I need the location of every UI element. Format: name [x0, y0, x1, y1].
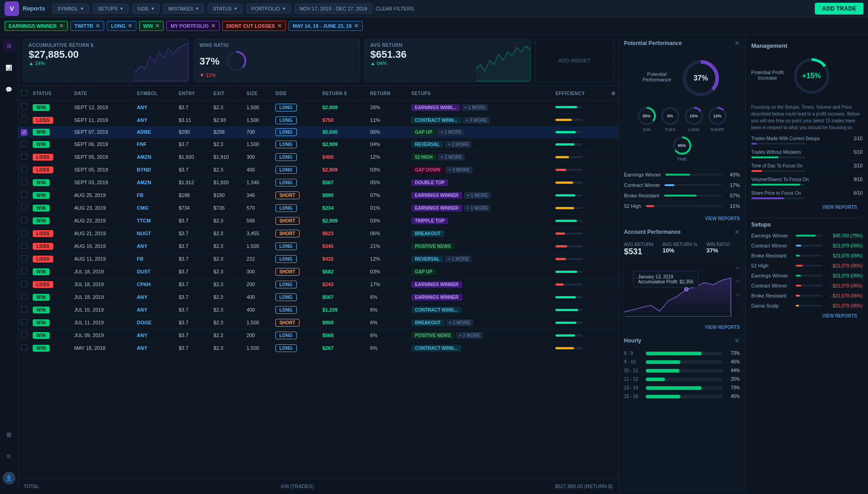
- trade-setup[interactable]: CONTRACT WINN...: [411, 307, 461, 313]
- trade-setup[interactable]: POSITIVE NEWS: [411, 332, 454, 339]
- tag-close-earnings[interactable]: ✕: [59, 23, 64, 29]
- side-filter[interactable]: SIDE ▼: [132, 4, 160, 14]
- table-row[interactable]: WIN JUL 09, 2019 ANY $3.7 $2.3 200 LONG …: [18, 329, 618, 342]
- trade-setup[interactable]: EARNINGS WINNER: [411, 205, 462, 212]
- tag-win[interactable]: WIN✕: [139, 21, 164, 31]
- trade-symbol[interactable]: ADBE: [134, 126, 176, 138]
- tag-portfolio[interactable]: MY PORTFOLIO✕: [166, 21, 219, 31]
- view-reports-link[interactable]: VIEW REPORTS: [619, 213, 745, 224]
- tag-close-long[interactable]: ✕: [128, 23, 132, 29]
- status-filter[interactable]: STATUS ▼: [208, 4, 243, 14]
- row-checkbox[interactable]: [21, 306, 27, 313]
- trade-symbol[interactable]: ANY: [134, 342, 176, 354]
- tag-long[interactable]: LONG✕: [107, 21, 136, 31]
- trade-symbol[interactable]: FB: [134, 189, 176, 202]
- sidebar-icon-message[interactable]: 💬: [3, 83, 15, 96]
- table-row[interactable]: WIN MAY 18, 2018 ANY $3.7 $2.3 1,500 LON…: [18, 342, 618, 354]
- trade-setup[interactable]: REVERSAL: [411, 141, 443, 148]
- mgmt-view-reports[interactable]: VIEW REPORTS: [751, 202, 863, 212]
- potential-perf-close[interactable]: ✕: [734, 40, 740, 47]
- table-row[interactable]: WIN JUL 18, 2019 DUST $3.7 $2.3 300 SHOR…: [18, 265, 618, 278]
- table-row[interactable]: WIN SEPT 03, 2019 AMZN $1,912 $1,920 1,3…: [18, 176, 618, 189]
- tag-twittr[interactable]: TWITTR✕: [70, 21, 105, 31]
- portfolio-filter[interactable]: PORTFOLIO ▼: [246, 4, 291, 14]
- trade-symbol[interactable]: ANY: [134, 114, 176, 126]
- table-row[interactable]: LOSS AUG 21, 2019 NUGT $3.7 $2.3 3,455 S…: [18, 227, 618, 240]
- row-checkbox[interactable]: [21, 255, 27, 262]
- trade-symbol[interactable]: CPAH: [134, 278, 176, 291]
- trade-setup[interactable]: CONTRACT WINN...: [411, 117, 461, 124]
- clear-filters[interactable]: CLEAR FILTERS: [376, 6, 414, 11]
- table-row[interactable]: WIN JUL 18, 2019 ANY $3.7 $2.3 400 LONG …: [18, 291, 618, 303]
- table-row[interactable]: WIN AUG 25, 2019 FB $188 $190 346 SHORT …: [18, 189, 618, 202]
- tag-close-portfolio[interactable]: ✕: [211, 23, 215, 29]
- trade-setup[interactable]: TRIPPLE TOP: [411, 217, 448, 224]
- row-checkbox[interactable]: [21, 268, 27, 274]
- table-row[interactable]: WIN AUG 23, 2019 CMG $734 $736 570 LONG …: [18, 202, 618, 214]
- setups-filter[interactable]: SETUPS ▼: [93, 4, 129, 14]
- trade-setup[interactable]: GAP DOWN: [411, 166, 444, 173]
- more-badge[interactable]: + 3 MORE: [446, 166, 473, 173]
- trade-setup[interactable]: POSITIVE NEWS: [411, 243, 454, 250]
- row-checkbox[interactable]: [21, 166, 27, 172]
- sidebar-icon-settings[interactable]: ⚙: [3, 450, 15, 463]
- trade-symbol[interactable]: TTCM: [134, 214, 176, 227]
- trade-setup[interactable]: GAP UP: [411, 129, 436, 136]
- add-trade-button[interactable]: ADD TRADE: [815, 3, 863, 15]
- trade-symbol[interactable]: ANY: [134, 303, 176, 316]
- settings-icon[interactable]: ⚙: [611, 91, 616, 96]
- row-checkbox[interactable]: [21, 217, 27, 223]
- tag-dates[interactable]: MAY 14, 19 - JUNE 23, 19✕: [289, 21, 363, 31]
- trade-symbol[interactable]: CMG: [134, 202, 176, 214]
- trade-symbol[interactable]: DUST: [134, 265, 176, 278]
- table-row[interactable]: WIN JUL 15, 2019 ANY $3.7 $2.3 400 LONG …: [18, 303, 618, 316]
- row-checkbox[interactable]: [21, 141, 27, 147]
- trade-symbol[interactable]: NUGT: [134, 227, 176, 240]
- trade-symbol[interactable]: BYND: [134, 163, 176, 176]
- more-badge[interactable]: + 1 MORE: [438, 129, 464, 136]
- trade-setup[interactable]: EARNINGS WINNER: [411, 294, 462, 301]
- tag-close-twittr[interactable]: ✕: [95, 23, 100, 29]
- table-row[interactable]: LOSS JUL 18, 2019 CPAH $3.7 $2.3 200 LON…: [18, 278, 618, 291]
- tag-earnings[interactable]: EARNINGS WINNER✕: [5, 21, 68, 31]
- tag-close-dates[interactable]: ✕: [354, 23, 359, 29]
- row-checkbox[interactable]: ✓: [21, 129, 27, 136]
- table-row[interactable]: LOSS SEPT 11, 2019 ANY $3.11 $2.93 1,500…: [18, 114, 618, 126]
- tag-close-cutlosses[interactable]: ✕: [277, 23, 282, 29]
- add-widget-button[interactable]: ADD WIDGET: [535, 39, 614, 82]
- hourly-close[interactable]: ✕: [734, 337, 740, 344]
- trade-setup[interactable]: BREAKOUT: [411, 230, 444, 237]
- table-row[interactable]: WIN SEPT 12, 2019 ANY $3.7 $2.3 1,500 LO…: [18, 101, 618, 114]
- trade-symbol[interactable]: ANY: [134, 329, 176, 342]
- row-checkbox[interactable]: [21, 103, 27, 110]
- row-checkbox[interactable]: [21, 319, 27, 325]
- sidebar-icon-chart[interactable]: 📊: [3, 61, 15, 74]
- trade-symbol[interactable]: ANY: [134, 240, 176, 252]
- trade-setup[interactable]: 52 HIGH: [411, 154, 436, 161]
- trade-setup[interactable]: EARNINGS WINNER: [411, 192, 462, 199]
- table-row[interactable]: WIN JUL 11, 2019 DOGE $3.7 $2.3 1,500 SH…: [18, 316, 618, 329]
- trade-setup[interactable]: EARNINGS WINNER: [411, 281, 462, 288]
- sidebar-icon-grid2[interactable]: ▦: [3, 428, 15, 441]
- trade-symbol[interactable]: DOGE: [134, 316, 176, 329]
- table-row[interactable]: LOSS SEPT 05, 2019 BYND $3.7 $2.3 400 LO…: [18, 163, 618, 176]
- symbol-filter[interactable]: SYMBOL ▼: [52, 4, 89, 14]
- row-checkbox[interactable]: [21, 230, 27, 236]
- sidebar-icon-grid[interactable]: ⊞: [3, 40, 15, 52]
- row-checkbox[interactable]: [21, 293, 27, 300]
- setups-view-reports[interactable]: VIEW REPORTS: [751, 311, 863, 321]
- trade-setup[interactable]: EARNINGS WINN...: [411, 104, 460, 111]
- trade-setup[interactable]: BREAKOUT: [411, 319, 444, 326]
- more-badge[interactable]: + 1 MORE: [445, 256, 472, 262]
- more-badge[interactable]: + 2 MORE: [456, 332, 483, 339]
- more-badge[interactable]: + 1 MORE: [464, 205, 491, 212]
- more-badge[interactable]: + 2 MORE: [446, 319, 473, 326]
- more-badge[interactable]: + 1 MORE: [462, 104, 489, 111]
- account-perf-close[interactable]: ✕: [734, 228, 740, 236]
- more-badge[interactable]: + 3 MORE: [463, 117, 490, 124]
- more-badge[interactable]: + 1 MORE: [438, 154, 465, 161]
- row-checkbox[interactable]: [21, 204, 27, 211]
- sidebar-icon-user[interactable]: 👤: [3, 472, 15, 484]
- table-row[interactable]: WIN SEPT 06, 2019 FNF $3.7 $2.3 1,500 LO…: [18, 138, 618, 151]
- row-checkbox[interactable]: [21, 192, 27, 198]
